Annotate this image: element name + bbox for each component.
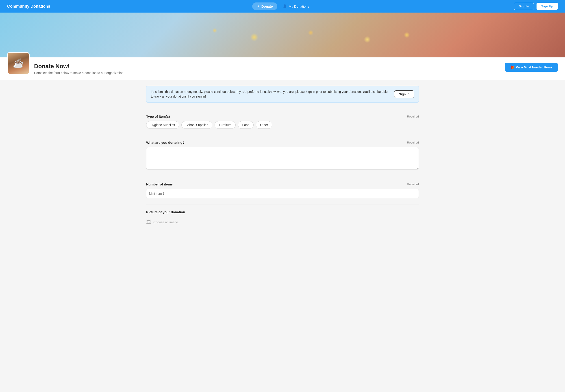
signup-button[interactable]: Sign Up — [537, 3, 558, 10]
gift-icon: 🎁 — [510, 66, 514, 69]
tag-list: Hygiene Supplies School Supplies Furnitu… — [146, 121, 419, 129]
nav-right: Sign In Sign Up — [377, 3, 558, 10]
what-label: What are you donating? — [146, 140, 184, 144]
my-donations-nav-label: My Donations — [289, 4, 309, 8]
divider-2 — [146, 135, 419, 135]
picture-section: Picture of your donation 🖼 Choose an ima… — [146, 210, 419, 228]
image-placeholder: Choose an image... — [153, 221, 180, 224]
divider-4 — [146, 205, 419, 205]
number-section: Number of items Required — [146, 182, 419, 198]
person-icon: 👤 — [283, 4, 287, 8]
type-label: Type of item(s) — [146, 115, 170, 118]
number-label-row: Number of items Required — [146, 182, 419, 186]
what-textarea[interactable] — [146, 147, 419, 169]
avatar — [7, 52, 30, 74]
tag-school-supplies[interactable]: School Supplies — [181, 121, 212, 129]
profile-section: Donate Now! Complete the form below to m… — [0, 57, 565, 80]
image-icon: 🖼 — [146, 219, 151, 225]
donate-nav-button[interactable]: ✦ Donate — [252, 2, 277, 10]
page-subtitle: Complete the form below to make a donati… — [34, 71, 500, 75]
number-input[interactable] — [146, 189, 419, 198]
brand-logo: Community Donations — [7, 4, 188, 9]
picture-label-row: Picture of your donation — [146, 210, 419, 214]
nav-center: ✦ Donate 👤 My Donations — [192, 2, 373, 10]
tag-other[interactable]: Other — [256, 121, 272, 129]
donate-icon: ✦ — [257, 4, 260, 8]
my-donations-nav-button[interactable]: 👤 My Donations — [279, 2, 313, 10]
avatar-image — [8, 53, 29, 74]
page-title: Donate Now! — [34, 63, 500, 70]
view-needed-button[interactable]: 🎁 View Most Needed Items — [505, 63, 558, 72]
view-needed-label: View Most Needed Items — [516, 66, 552, 69]
hero-lights — [0, 13, 565, 57]
what-section: What are you donating? Required — [146, 140, 419, 170]
image-upload[interactable]: 🖼 Choose an image... — [146, 217, 419, 228]
picture-label: Picture of your donation — [146, 210, 185, 214]
signin-inline-button[interactable]: Sign in — [394, 90, 414, 98]
tag-food[interactable]: Food — [238, 121, 254, 129]
main-content: To submit this donation anonymously, ple… — [139, 80, 426, 239]
type-label-row: Type of item(s) Required — [146, 115, 419, 118]
what-label-row: What are you donating? Required — [146, 140, 419, 144]
donate-nav-label: Donate — [262, 4, 273, 8]
type-required: Required — [407, 115, 419, 118]
tag-furniture[interactable]: Furniture — [215, 121, 236, 129]
divider-1 — [146, 109, 419, 109]
hero-banner — [0, 13, 565, 57]
signin-button[interactable]: Sign In — [514, 3, 534, 10]
tag-hygiene-supplies[interactable]: Hygiene Supplies — [146, 121, 179, 129]
number-required: Required — [407, 182, 419, 186]
number-label: Number of items — [146, 182, 173, 186]
navbar: Community Donations ✦ Donate 👤 My Donati… — [0, 0, 565, 13]
info-banner-text: To submit this donation anonymously, ple… — [151, 89, 391, 99]
type-section: Type of item(s) Required Hygiene Supplie… — [146, 115, 419, 129]
what-required: Required — [407, 141, 419, 144]
profile-info: Donate Now! Complete the form below to m… — [34, 61, 500, 75]
divider-3 — [146, 177, 419, 177]
info-banner: To submit this donation anonymously, ple… — [146, 86, 419, 103]
